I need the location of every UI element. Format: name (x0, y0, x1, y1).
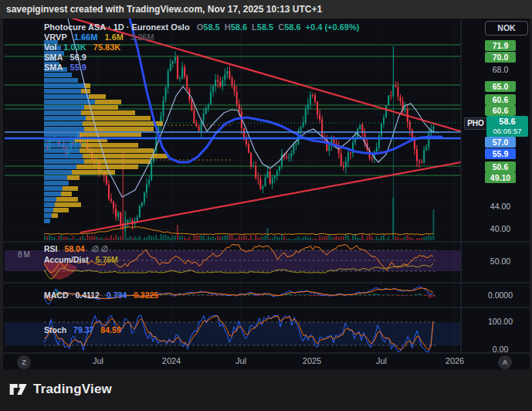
vrvp-value-2: 1.6M (104, 32, 123, 42)
volume-value-1: 1.03K (63, 42, 86, 52)
vrvp-value-3: 3.26M (130, 32, 154, 42)
open-label: O (197, 22, 204, 32)
stoch-d-value: 84.59 (100, 325, 120, 335)
time-axis-label: Jul (93, 356, 103, 365)
sma2-row[interactable]: SMA 55.9 (44, 63, 359, 73)
close-label: C (278, 22, 284, 32)
price-axis-label: 71.9 (485, 40, 516, 51)
price-axis-label: 50.00 (476, 256, 524, 267)
vrvp-row[interactable]: VRVP 1.66M 1.6M 3.26M (44, 32, 359, 42)
sma2-label: SMA (44, 63, 63, 72)
time-axis-label: 2025 (303, 356, 321, 365)
bar-countdown: 06:06:57 (486, 127, 528, 136)
price-axis-label: 40.00 (476, 223, 524, 234)
volume-label: Vol (44, 42, 56, 52)
time-axis-label: 2024 (162, 356, 181, 365)
macd-signal-value: 0.3225 (134, 290, 158, 300)
high-value: 58.6 (231, 22, 247, 32)
price-axis-label: 60.6 (485, 105, 516, 116)
currency-button[interactable]: NOK (485, 21, 528, 36)
price-axis-label: 49.10 (485, 172, 516, 183)
sma2-value: 55.9 (70, 63, 86, 72)
price-axis-label: 57.0 (485, 137, 516, 148)
volume-value-2: 75.83K (93, 42, 120, 52)
low-label: L (252, 22, 257, 32)
sma1-label: SMA (44, 53, 63, 62)
volume-row[interactable]: Vol 1.03K 75.83K (44, 42, 359, 53)
change-value: +0.4 (+0.69%) (306, 22, 360, 32)
legend: Photocure ASA · 1D · Euronext Oslo O58.5… (44, 22, 359, 73)
zoom-out-button[interactable]: Z (17, 355, 31, 369)
rsi-value: 58.04 (64, 244, 84, 253)
rsi-label: RSI (44, 244, 58, 253)
tradingview-logo-text: TradingView (33, 382, 112, 397)
rsi-legend[interactable]: RSI 58.04 ∅ ∅ (44, 244, 108, 253)
vrvp-label: VRVP (44, 32, 67, 42)
time-axis-label: Jul (236, 356, 246, 365)
auto-scale-button[interactable]: A (498, 355, 512, 369)
tradingview-brand: TradingView (9, 380, 112, 399)
accum-dist-label: Accum/Dist (44, 255, 89, 264)
sma1-row[interactable]: SMA 56.9 (44, 53, 359, 63)
attribution-bar: savepiginvest created with TradingView.c… (0, 0, 532, 19)
accum-dist-value: 5.76M (96, 255, 118, 264)
macd-line-value: 0.734 (107, 290, 127, 300)
macd-hist-value: 0.4112 (75, 290, 100, 300)
price-axis-label: 100.00 (476, 316, 524, 327)
accum-dist-legend[interactable]: Accum/Dist 5.76M (44, 255, 118, 264)
rsi-empty-values: ∅ ∅ (92, 244, 108, 253)
stoch-label: Stoch (44, 325, 66, 335)
price-axis-label: 0.0000 (476, 290, 524, 301)
symbol-price-tag: PHO (464, 117, 487, 130)
price-axis-label: 60.6 (485, 94, 516, 105)
symbol-title: Photocure ASA · 1D · Euronext Oslo (44, 22, 190, 32)
last-price-value: 58.6 (486, 116, 528, 127)
tradingview-screenshot: savepiginvest created with TradingView.c… (0, 0, 532, 411)
price-axis-label: 70.0 (485, 52, 516, 63)
vrvp-value-1: 1.66M (74, 32, 98, 42)
price-axis-label: 0.00 (476, 344, 524, 355)
price-axis-label: 44.00 (476, 201, 524, 212)
time-axis-label: Jul (376, 356, 387, 365)
open-value: 58.5 (203, 22, 219, 32)
price-axis-label: 55.9 (485, 148, 516, 159)
attribution-text: savepiginvest created with TradingView.c… (6, 4, 322, 15)
symbol-row[interactable]: Photocure ASA · 1D · Euronext Oslo O58.5… (44, 22, 359, 32)
tradingview-logo-icon (9, 380, 28, 399)
close-value: 58.6 (284, 22, 300, 32)
price-axis-label: 65.0 (485, 81, 516, 92)
low-value: 58.5 (257, 22, 273, 32)
price-axis-label: 68.0 (476, 64, 524, 75)
last-price-label: 58.6 06:06:57 (486, 116, 528, 137)
stoch-k-value: 79.37 (73, 325, 93, 335)
sma1-value: 56.9 (70, 53, 86, 62)
price-axis-label: 50.6 (485, 161, 516, 172)
side-volume-label: 8M (18, 250, 32, 259)
high-label: H (225, 22, 231, 32)
macd-legend[interactable]: MACD 0.4112 0.734 0.3225 (44, 290, 158, 300)
macd-label: MACD (44, 290, 69, 300)
time-axis-label: 2026 (446, 356, 464, 365)
stoch-legend[interactable]: Stoch 79.37 84.59 (44, 325, 121, 335)
